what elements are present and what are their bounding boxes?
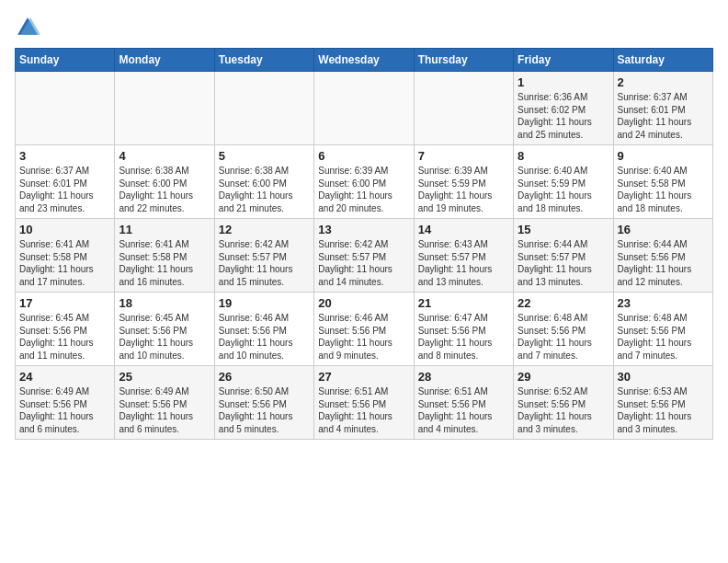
day-number: 5 (219, 149, 310, 163)
calendar-cell (414, 72, 513, 145)
calendar-cell: 12Sunrise: 6:42 AM Sunset: 5:57 PM Dayli… (214, 219, 313, 293)
day-info: Sunrise: 6:42 AM Sunset: 5:57 PM Dayligh… (219, 238, 310, 288)
calendar-cell: 24Sunrise: 6:49 AM Sunset: 5:56 PM Dayli… (16, 366, 115, 440)
day-number: 20 (318, 296, 409, 310)
day-info: Sunrise: 6:41 AM Sunset: 5:58 PM Dayligh… (19, 238, 110, 288)
day-number: 29 (518, 370, 609, 384)
calendar-cell (314, 72, 414, 145)
day-info: Sunrise: 6:51 AM Sunset: 5:56 PM Dayligh… (318, 385, 409, 435)
header-thursday: Thursday (414, 49, 513, 72)
calendar-cell: 7Sunrise: 6:39 AM Sunset: 5:59 PM Daylig… (414, 145, 513, 219)
day-info: Sunrise: 6:40 AM Sunset: 5:58 PM Dayligh… (618, 165, 709, 214)
day-number: 13 (318, 223, 409, 236)
day-info: Sunrise: 6:49 AM Sunset: 5:56 PM Dayligh… (119, 385, 210, 435)
day-number: 27 (318, 370, 409, 384)
day-number: 23 (618, 296, 709, 310)
day-number: 25 (119, 370, 210, 384)
day-number: 24 (19, 370, 110, 384)
calendar-cell: 22Sunrise: 6:48 AM Sunset: 5:56 PM Dayli… (514, 293, 613, 366)
calendar-cell (214, 72, 313, 145)
day-info: Sunrise: 6:40 AM Sunset: 5:59 PM Dayligh… (518, 165, 609, 214)
calendar-cell: 19Sunrise: 6:46 AM Sunset: 5:56 PM Dayli… (214, 293, 313, 366)
calendar-cell: 9Sunrise: 6:40 AM Sunset: 5:58 PM Daylig… (613, 145, 712, 219)
day-number: 14 (418, 223, 509, 236)
calendar-cell: 15Sunrise: 6:44 AM Sunset: 5:57 PM Dayli… (514, 219, 613, 293)
calendar-cell: 4Sunrise: 6:38 AM Sunset: 6:00 PM Daylig… (115, 145, 214, 219)
day-number: 7 (418, 149, 509, 163)
day-info: Sunrise: 6:51 AM Sunset: 5:56 PM Dayligh… (418, 385, 509, 435)
calendar-cell: 5Sunrise: 6:38 AM Sunset: 6:00 PM Daylig… (214, 145, 313, 219)
calendar-cell: 29Sunrise: 6:52 AM Sunset: 5:56 PM Dayli… (514, 366, 613, 440)
day-number: 2 (618, 75, 709, 89)
day-number: 3 (19, 149, 110, 163)
day-number: 17 (19, 296, 110, 310)
day-number: 28 (418, 370, 509, 384)
day-info: Sunrise: 6:36 AM Sunset: 6:02 PM Dayligh… (518, 91, 609, 141)
logo (15, 15, 44, 40)
calendar-cell: 17Sunrise: 6:45 AM Sunset: 5:56 PM Dayli… (16, 293, 115, 366)
calendar-cell: 11Sunrise: 6:41 AM Sunset: 5:58 PM Dayli… (115, 219, 214, 293)
day-info: Sunrise: 6:47 AM Sunset: 5:56 PM Dayligh… (418, 312, 509, 362)
day-info: Sunrise: 6:38 AM Sunset: 6:00 PM Dayligh… (119, 165, 210, 214)
calendar-week-5: 24Sunrise: 6:49 AM Sunset: 5:56 PM Dayli… (16, 366, 713, 440)
day-info: Sunrise: 6:52 AM Sunset: 5:56 PM Dayligh… (518, 385, 609, 435)
calendar-cell: 10Sunrise: 6:41 AM Sunset: 5:58 PM Dayli… (16, 219, 115, 293)
day-info: Sunrise: 6:50 AM Sunset: 5:56 PM Dayligh… (219, 385, 310, 435)
day-number: 8 (518, 149, 609, 163)
day-info: Sunrise: 6:39 AM Sunset: 5:59 PM Dayligh… (418, 165, 509, 214)
calendar-cell: 3Sunrise: 6:37 AM Sunset: 6:01 PM Daylig… (16, 145, 115, 219)
logo-icon (15, 15, 40, 40)
day-info: Sunrise: 6:38 AM Sunset: 6:00 PM Dayligh… (219, 165, 310, 214)
page-header (15, 15, 713, 40)
day-info: Sunrise: 6:42 AM Sunset: 5:57 PM Dayligh… (318, 238, 409, 288)
calendar-table: SundayMondayTuesdayWednesdayThursdayFrid… (15, 48, 713, 440)
day-number: 12 (219, 223, 310, 236)
day-info: Sunrise: 6:48 AM Sunset: 5:56 PM Dayligh… (518, 312, 609, 362)
day-number: 10 (19, 223, 110, 236)
calendar-cell: 18Sunrise: 6:45 AM Sunset: 5:56 PM Dayli… (115, 293, 214, 366)
calendar-cell: 6Sunrise: 6:39 AM Sunset: 6:00 PM Daylig… (314, 145, 414, 219)
day-info: Sunrise: 6:37 AM Sunset: 6:01 PM Dayligh… (618, 91, 709, 141)
calendar-cell: 23Sunrise: 6:48 AM Sunset: 5:56 PM Dayli… (613, 293, 712, 366)
calendar-cell: 26Sunrise: 6:50 AM Sunset: 5:56 PM Dayli… (214, 366, 313, 440)
calendar-cell: 25Sunrise: 6:49 AM Sunset: 5:56 PM Dayli… (115, 366, 214, 440)
day-info: Sunrise: 6:44 AM Sunset: 5:56 PM Dayligh… (618, 238, 709, 288)
day-info: Sunrise: 6:48 AM Sunset: 5:56 PM Dayligh… (618, 312, 709, 362)
day-number: 30 (618, 370, 709, 384)
day-number: 4 (119, 149, 210, 163)
day-number: 11 (119, 223, 210, 236)
day-info: Sunrise: 6:49 AM Sunset: 5:56 PM Dayligh… (19, 385, 110, 435)
day-info: Sunrise: 6:46 AM Sunset: 5:56 PM Dayligh… (219, 312, 310, 362)
day-info: Sunrise: 6:45 AM Sunset: 5:56 PM Dayligh… (119, 312, 210, 362)
calendar-week-3: 10Sunrise: 6:41 AM Sunset: 5:58 PM Dayli… (16, 219, 713, 293)
day-info: Sunrise: 6:41 AM Sunset: 5:58 PM Dayligh… (119, 238, 210, 288)
header-saturday: Saturday (613, 49, 712, 72)
day-number: 9 (618, 149, 709, 163)
calendar-cell: 16Sunrise: 6:44 AM Sunset: 5:56 PM Dayli… (613, 219, 712, 293)
day-number: 21 (418, 296, 509, 310)
calendar-cell: 30Sunrise: 6:53 AM Sunset: 5:56 PM Dayli… (613, 366, 712, 440)
header-tuesday: Tuesday (214, 49, 313, 72)
day-number: 18 (119, 296, 210, 310)
day-info: Sunrise: 6:46 AM Sunset: 5:56 PM Dayligh… (318, 312, 409, 362)
day-info: Sunrise: 6:44 AM Sunset: 5:57 PM Dayligh… (518, 238, 609, 288)
calendar-cell: 8Sunrise: 6:40 AM Sunset: 5:59 PM Daylig… (514, 145, 613, 219)
calendar-cell: 13Sunrise: 6:42 AM Sunset: 5:57 PM Dayli… (314, 219, 414, 293)
header-monday: Monday (115, 49, 214, 72)
header-friday: Friday (514, 49, 613, 72)
day-info: Sunrise: 6:45 AM Sunset: 5:56 PM Dayligh… (19, 312, 110, 362)
day-info: Sunrise: 6:39 AM Sunset: 6:00 PM Dayligh… (318, 165, 409, 214)
calendar-week-1: 1Sunrise: 6:36 AM Sunset: 6:02 PM Daylig… (16, 72, 713, 145)
calendar-week-4: 17Sunrise: 6:45 AM Sunset: 5:56 PM Dayli… (16, 293, 713, 366)
day-number: 15 (518, 223, 609, 236)
calendar-cell: 21Sunrise: 6:47 AM Sunset: 5:56 PM Dayli… (414, 293, 513, 366)
day-number: 19 (219, 296, 310, 310)
calendar-cell: 14Sunrise: 6:43 AM Sunset: 5:57 PM Dayli… (414, 219, 513, 293)
calendar-cell: 28Sunrise: 6:51 AM Sunset: 5:56 PM Dayli… (414, 366, 513, 440)
calendar-cell: 27Sunrise: 6:51 AM Sunset: 5:56 PM Dayli… (314, 366, 414, 440)
calendar-cell: 2Sunrise: 6:37 AM Sunset: 6:01 PM Daylig… (613, 72, 712, 145)
header-wednesday: Wednesday (314, 49, 414, 72)
calendar-cell: 20Sunrise: 6:46 AM Sunset: 5:56 PM Dayli… (314, 293, 414, 366)
header-sunday: Sunday (16, 49, 115, 72)
day-info: Sunrise: 6:37 AM Sunset: 6:01 PM Dayligh… (19, 165, 110, 214)
